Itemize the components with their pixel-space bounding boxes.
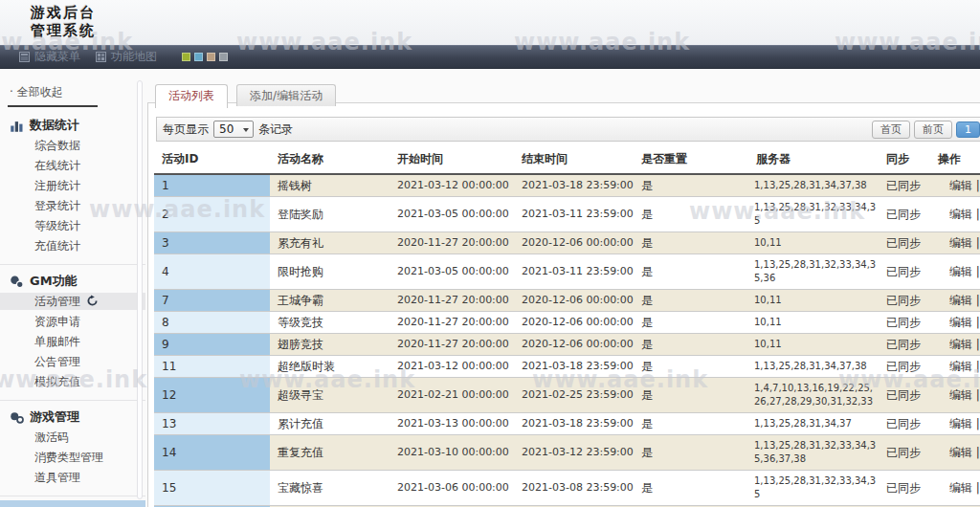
prev-page-button[interactable]: 前页 bbox=[914, 121, 952, 139]
sidebar-item[interactable]: 在线统计 bbox=[0, 157, 145, 174]
edit-action-link[interactable]: 编辑 | bbox=[930, 174, 980, 197]
sidebar-item-label: 注册统计 bbox=[34, 179, 80, 192]
sidebar-item[interactable]: 综合数据 bbox=[0, 137, 145, 154]
cell-servers: 1,13,25,28,31,32,33,34,35 bbox=[748, 197, 879, 232]
table-row[interactable]: 1 摇钱树 2021-03-12 00:00:00 2021-03-18 23:… bbox=[154, 174, 980, 197]
theme-swatch[interactable] bbox=[182, 53, 190, 61]
sidebar-section: GM功能 活动管理 资源申请 单服邮件 公告管理 bbox=[0, 264, 145, 390]
sidebar-section-title[interactable]: 游戏管理 bbox=[0, 408, 145, 426]
cell-start-time: 2020-11-27 20:00:00 bbox=[390, 232, 514, 254]
cell-end-time: 2021-03-18 23:59:00 bbox=[514, 413, 634, 435]
cell-activity-name: 登陆奖励 bbox=[270, 197, 390, 232]
per-page-select[interactable]: 50 bbox=[213, 121, 254, 138]
cell-activity-id: 2 bbox=[154, 197, 270, 232]
table-row[interactable]: 3 累充有礼 2020-11-27 20:00:00 2020-12-06 00… bbox=[154, 232, 980, 254]
sidebar-item[interactable]: 资源申请 bbox=[0, 313, 145, 330]
cell-activity-id: 7 bbox=[154, 290, 270, 312]
edit-action-link[interactable]: 编辑 | bbox=[930, 435, 980, 471]
table-row[interactable]: 13 累计充值 2021-03-13 00:00:00 2021-03-18 2… bbox=[154, 413, 980, 435]
sidebar-item[interactable]: 充值统计 bbox=[0, 237, 145, 254]
sidebar-item[interactable]: 道具管理 bbox=[0, 469, 145, 486]
table-row[interactable]: 4 限时抢购 2021-03-05 00:00:00 2021-03-11 23… bbox=[154, 254, 980, 290]
table-row[interactable]: 2 登陆奖励 2021-03-05 00:00:00 2021-03-11 23… bbox=[154, 197, 980, 232]
table-row[interactable]: 8 等级竞技 2020-11-27 20:00:00 2020-12-06 00… bbox=[154, 312, 980, 334]
sidebar-section-title[interactable]: 数据统计 bbox=[0, 117, 145, 134]
table-toolbar: 每页显示 50 条记录 首页 前页 1 bbox=[156, 117, 980, 142]
theme-swatch[interactable] bbox=[219, 53, 228, 61]
edit-action-link[interactable]: 编辑 | bbox=[930, 356, 980, 378]
cell-activity-id: 15 bbox=[154, 471, 270, 506]
edit-action-link[interactable]: 编辑 | bbox=[930, 334, 980, 356]
sidebar-item[interactable]: 活动管理 bbox=[0, 293, 145, 310]
edit-action-link[interactable]: 编辑 | bbox=[930, 197, 980, 232]
cell-reset: 是 bbox=[634, 471, 748, 506]
theme-swatch[interactable] bbox=[207, 53, 215, 61]
sidebar-scrollbar[interactable] bbox=[137, 80, 143, 499]
table-row[interactable]: 9 翅膀竞技 2020-11-27 20:00:00 2020-12-06 00… bbox=[154, 334, 980, 356]
cell-reset: 是 bbox=[634, 435, 748, 471]
sidebar-item[interactable]: 激活码 bbox=[0, 429, 145, 446]
sidebar-item[interactable]: 注册统计 bbox=[0, 177, 145, 194]
sidebar-item-label: 单服邮件 bbox=[34, 335, 80, 348]
logo-line1: 游戏后台 bbox=[31, 4, 96, 22]
cell-activity-id: 4 bbox=[154, 254, 270, 290]
sidebar-item[interactable]: 单服邮件 bbox=[0, 333, 145, 350]
cell-sync-status: 已同步 bbox=[879, 312, 930, 334]
cell-reset: 是 bbox=[634, 334, 748, 356]
sidebar-item-label: 激活码 bbox=[34, 430, 69, 444]
cell-end-time: 2021-03-18 23:59:00 bbox=[514, 174, 634, 197]
collapse-all-button[interactable]: · 全部收起 bbox=[10, 84, 145, 100]
main-content: 活动列表 添加/编辑活动 每页显示 50 条记录 首页 bbox=[145, 69, 980, 507]
first-page-button[interactable]: 首页 bbox=[872, 121, 910, 139]
cell-servers: 10,11 bbox=[748, 334, 879, 356]
table-column-header: 活动名称 bbox=[270, 145, 390, 174]
table-row[interactable]: 7 王城争霸 2020-11-27 20:00:00 2020-12-06 00… bbox=[154, 290, 980, 312]
navbar-item[interactable]: 功能地图 bbox=[96, 49, 157, 65]
sidebar-item-label: 公告管理 bbox=[34, 355, 80, 368]
tab[interactable]: 活动列表 bbox=[155, 84, 228, 108]
app-header: 游戏后台 管理系统 bbox=[0, 0, 980, 45]
table-row[interactable]: 11 超绝版时装 2021-03-12 00:00:00 2021-03-18 … bbox=[154, 356, 980, 378]
cell-activity-name: 等级竞技 bbox=[270, 312, 390, 334]
cell-sync-status: 已同步 bbox=[879, 197, 930, 232]
sidebar-item[interactable]: 消费类型管理 bbox=[0, 449, 145, 466]
sidebar-item[interactable]: 模拟充值 bbox=[0, 373, 145, 390]
cell-activity-id: 1 bbox=[154, 174, 270, 197]
edit-action-link[interactable]: 编辑 | bbox=[930, 413, 980, 435]
sidebar-partial-item bbox=[0, 500, 145, 507]
cell-reset: 是 bbox=[634, 174, 748, 197]
sidebar-item[interactable]: 公告管理 bbox=[0, 353, 145, 370]
current-page-button[interactable]: 1 bbox=[956, 121, 980, 138]
table-row[interactable]: 12 超级寻宝 2021-02-21 00:00:00 2021-02-25 2… bbox=[154, 378, 980, 413]
table-column-header: 结束时间 bbox=[514, 145, 634, 174]
edit-action-link[interactable]: 编辑 | bbox=[930, 290, 980, 312]
cell-end-time: 2020-12-06 00:00:00 bbox=[514, 334, 634, 356]
cell-servers: 1,13,25,28,31,34,37,38 bbox=[748, 174, 879, 197]
table-row[interactable]: 15 宝藏惊喜 2021-03-06 00:00:00 2021-03-08 2… bbox=[154, 471, 980, 506]
sidebar-section-title[interactable]: GM功能 bbox=[0, 273, 145, 290]
bar-chart-icon bbox=[10, 119, 24, 133]
sidebar-item[interactable]: 等级统计 bbox=[0, 217, 145, 234]
refresh-icon[interactable] bbox=[86, 295, 99, 307]
edit-action-link[interactable]: 编辑 | bbox=[930, 471, 980, 506]
cell-activity-id: 13 bbox=[154, 413, 270, 435]
theme-swatch[interactable] bbox=[194, 53, 203, 61]
cell-start-time: 2021-03-06 00:00:00 bbox=[390, 471, 514, 506]
cell-activity-name: 翅膀竞技 bbox=[270, 334, 390, 356]
cell-reset: 是 bbox=[634, 413, 748, 435]
cell-activity-id: 14 bbox=[154, 435, 270, 471]
edit-action-link[interactable]: 编辑 | bbox=[930, 378, 980, 413]
cell-servers: 1,4,7,10,13,16,19,22,25,26,27,28,29,30,3… bbox=[748, 378, 879, 413]
table-row[interactable]: 14 重复充值 2021-03-10 00:00:00 2021-03-12 2… bbox=[154, 435, 980, 471]
edit-action-link[interactable]: 编辑 | bbox=[930, 232, 980, 254]
navbar-item[interactable]: 隐藏菜单 bbox=[19, 49, 80, 65]
tab[interactable]: 添加/编辑活动 bbox=[236, 84, 336, 106]
edit-action-link[interactable]: 编辑 | bbox=[930, 312, 980, 334]
cell-end-time: 2021-03-11 23:59:00 bbox=[514, 197, 634, 232]
sidebar-item-label: 综合数据 bbox=[34, 139, 80, 152]
edit-action-link[interactable]: 编辑 | bbox=[930, 254, 980, 290]
logo-line2: 管理系统 bbox=[31, 22, 96, 40]
cell-servers: 10,11 bbox=[748, 290, 879, 312]
sidebar-item[interactable]: 登录统计 bbox=[0, 197, 145, 214]
cell-start-time: 2020-11-27 20:00:00 bbox=[390, 334, 514, 356]
